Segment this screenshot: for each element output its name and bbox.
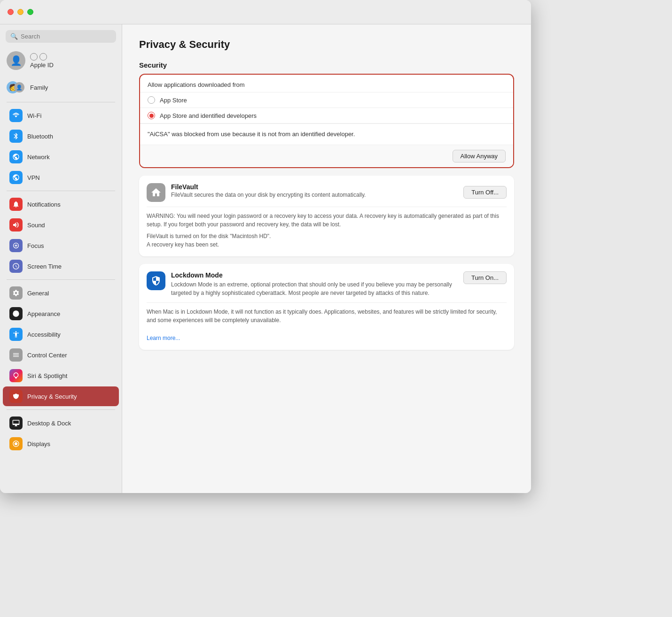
filevault-icon (147, 183, 165, 202)
sidebar-item-general[interactable]: General (3, 283, 119, 303)
lockdown-turn-on-button[interactable]: Turn On... (463, 271, 507, 284)
accessibility-icon (9, 328, 23, 341)
radio-btn-appstore[interactable] (148, 96, 155, 104)
lockdown-info: Lockdown Mode Lockdown Mode is an extrem… (171, 271, 456, 298)
filevault-status: FileVault is turned on for the disk "Mac… (147, 232, 507, 249)
search-icon: 🔍 (10, 33, 18, 40)
security-card: Allow applications downloaded from App S… (139, 74, 514, 168)
sidebar-item-label-controlcenter: Control Center (27, 352, 67, 359)
sidebar-item-label-displays: Displays (27, 440, 50, 447)
desktop-icon (9, 416, 23, 430)
sidebar-item-privacy[interactable]: Privacy & Security (3, 386, 119, 406)
svg-point-0 (13, 310, 19, 316)
sidebar-profile[interactable]: 👤 Apple ID (0, 46, 122, 75)
displays-icon (9, 437, 23, 450)
appearance-icon (9, 307, 23, 320)
family-label: Family (30, 84, 48, 91)
sidebar-item-focus[interactable]: Focus (3, 236, 119, 255)
page-title: Privacy & Security (139, 39, 514, 51)
sidebar-item-label-wifi: Wi-Fi (27, 112, 41, 119)
sidebar-item-sound[interactable]: Sound (3, 215, 119, 235)
minimize-button[interactable] (17, 9, 23, 15)
screentime-icon (9, 260, 23, 273)
sidebar-item-appearance[interactable]: Appearance (3, 304, 119, 324)
sidebar-item-label-general: General (27, 290, 49, 297)
traffic-lights (8, 9, 33, 15)
search-input[interactable] (21, 33, 111, 40)
filevault-info: FileVault FileVault secures the data on … (171, 183, 366, 198)
family-avatar-2: 👤 (14, 82, 24, 93)
sidebar-divider-4 (7, 409, 115, 410)
radio-label-developers: App Store and identified developers (160, 112, 257, 119)
general-icon (9, 286, 23, 300)
privacy-icon (9, 390, 23, 403)
radio-app-store-developers[interactable]: App Store and identified developers (140, 108, 513, 123)
sidebar-item-label-siri: Siri & Spotlight (27, 372, 67, 379)
focus-icon (9, 239, 23, 252)
apple-id-circles (30, 53, 54, 61)
sidebar-divider-1 (7, 102, 115, 102)
sidebar-item-label-focus: Focus (27, 242, 44, 249)
filevault-left: FileVault FileVault secures the data on … (147, 183, 366, 202)
radio-app-store[interactable]: App Store (140, 92, 513, 108)
sound-icon (9, 218, 23, 231)
filevault-turn-off-button[interactable]: Turn Off... (463, 186, 507, 199)
sidebar-item-controlcenter[interactable]: Control Center (3, 345, 119, 365)
sidebar-item-network[interactable]: Network (3, 147, 119, 167)
sidebar-item-label-notifications: Notifications (27, 201, 61, 208)
sidebar-item-desktop[interactable]: Desktop & Dock (3, 413, 119, 433)
network-icon (9, 150, 23, 163)
lockdown-body: When Mac is in Lockdown Mode, it will no… (147, 302, 507, 342)
allow-anyway-button[interactable]: Allow Anyway (453, 150, 506, 162)
sidebar-item-displays[interactable]: Displays (3, 434, 119, 454)
sidebar-divider-3 (7, 279, 115, 280)
main-layout: 🔍 👤 Apple ID 🧑 👤 Family (0, 24, 531, 493)
learn-more-link[interactable]: Learn more... (147, 335, 180, 341)
id-circle-1 (30, 53, 38, 61)
close-button[interactable] (8, 9, 14, 15)
allow-anyway-row: Allow Anyway (140, 145, 513, 167)
siri-icon (9, 369, 23, 382)
sidebar-item-screentime[interactable]: Screen Time (3, 256, 119, 276)
apple-id-label: Apple ID (30, 62, 54, 69)
sidebar-item-bluetooth[interactable]: Bluetooth (3, 126, 119, 146)
id-circle-2 (39, 53, 47, 61)
sidebar-item-label-desktop: Desktop & Dock (27, 420, 71, 427)
sidebar-item-label-screentime: Screen Time (27, 263, 62, 270)
sidebar-item-siri[interactable]: Siri & Spotlight (3, 366, 119, 386)
search-bar[interactable]: 🔍 (6, 30, 116, 43)
lockdown-header: Lockdown Mode Lockdown Mode is an extrem… (147, 271, 507, 298)
filevault-warning: WARNING: You will need your login passwo… (147, 207, 507, 229)
sidebar-item-vpn[interactable]: VPN (3, 168, 119, 187)
sidebar-item-accessibility[interactable]: Accessibility (3, 324, 119, 344)
lockdown-card: Lockdown Mode Lockdown Mode is an extrem… (139, 264, 514, 350)
sidebar-item-label-network: Network (27, 154, 50, 161)
radio-inner-selected (149, 114, 154, 118)
sidebar-item-label-appearance: Appearance (27, 310, 60, 317)
blocked-message: "AiCSA" was blocked from use because it … (140, 123, 513, 145)
sidebar-item-label-accessibility: Accessibility (27, 331, 61, 338)
main-content: Privacy & Security Security Allow applic… (122, 24, 531, 493)
filevault-description: FileVault secures the data on your disk … (171, 192, 366, 198)
filevault-title: FileVault (171, 183, 366, 191)
titlebar (0, 0, 531, 24)
maximize-button[interactable] (27, 9, 33, 15)
notifications-icon (9, 198, 23, 211)
sidebar-item-notifications[interactable]: Notifications (3, 194, 119, 214)
sidebar-item-wifi[interactable]: Wi-Fi (3, 106, 119, 125)
profile-info: Apple ID (30, 53, 54, 69)
lockdown-title: Lockdown Mode (171, 271, 456, 279)
lockdown-left: Lockdown Mode Lockdown Mode is an extrem… (147, 271, 456, 298)
radio-label-appstore: App Store (160, 97, 187, 104)
bluetooth-icon (9, 130, 23, 143)
security-section-label: Security (139, 61, 514, 69)
sidebar-item-family[interactable]: 🧑 👤 Family (0, 77, 122, 98)
sidebar-divider-2 (7, 191, 115, 191)
sidebar-item-label-privacy: Privacy & Security (27, 393, 77, 400)
vpn-icon (9, 171, 23, 184)
family-avatars: 🧑 👤 (7, 80, 25, 95)
avatar: 👤 (7, 51, 25, 70)
sidebar-item-label-vpn: VPN (27, 174, 40, 181)
radio-btn-developers[interactable] (148, 112, 155, 119)
sidebar-item-label-sound: Sound (27, 222, 45, 229)
